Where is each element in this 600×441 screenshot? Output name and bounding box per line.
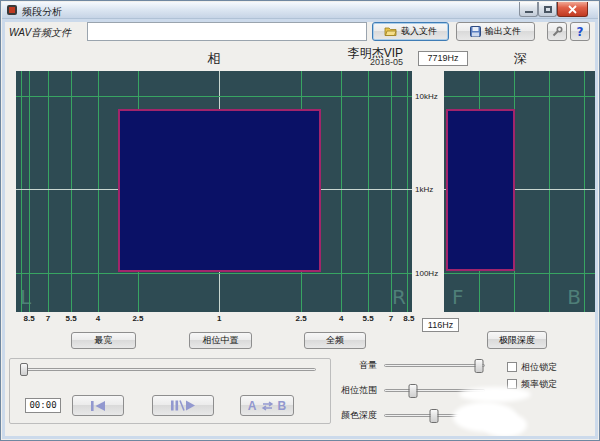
slider-row: 音量 bbox=[331, 357, 487, 373]
player-panel: 00:00 A B bbox=[9, 358, 331, 424]
gridline-vertical bbox=[407, 71, 408, 312]
gridline-vertical bbox=[29, 71, 30, 312]
left-chart[interactable]: L R bbox=[16, 71, 412, 312]
corner-label-front: F bbox=[452, 285, 464, 309]
gridline-horizontal bbox=[16, 96, 412, 97]
x-tick-label: 7 bbox=[389, 314, 393, 323]
phase-lock-label: 相位锁定 bbox=[521, 361, 557, 374]
phase-range-slider-thumb[interactable] bbox=[408, 384, 417, 398]
volume-slider[interactable] bbox=[384, 364, 485, 367]
minimize-icon bbox=[525, 11, 533, 13]
x-tick-label: 8.5 bbox=[403, 314, 414, 323]
x-tick-label: 5.5 bbox=[65, 314, 76, 323]
gridline-vertical bbox=[549, 71, 550, 312]
gridline-horizontal bbox=[444, 273, 597, 274]
x-tick-label: 4 bbox=[339, 314, 343, 323]
phase-range-slider-label: 相位范围 bbox=[331, 384, 377, 397]
play-pause-button[interactable] bbox=[152, 395, 214, 416]
gridline-vertical bbox=[98, 71, 99, 312]
gridline-horizontal bbox=[444, 96, 597, 97]
seek-slider-thumb[interactable] bbox=[20, 363, 28, 376]
gridline-vertical bbox=[368, 71, 369, 312]
output-file-label: 输出文件 bbox=[485, 25, 521, 38]
corner-label-right: R bbox=[392, 285, 406, 309]
load-file-label: 载入文件 bbox=[401, 25, 437, 38]
ab-loop-button[interactable]: A B bbox=[240, 395, 294, 416]
color-depth-slider-label: 颜色深度 bbox=[331, 409, 377, 422]
ab-loop-b-label: B bbox=[278, 399, 287, 413]
help-icon: ? bbox=[577, 25, 584, 39]
time-display: 00:00 bbox=[25, 398, 61, 413]
phase-center-button[interactable]: 相位中置 bbox=[189, 332, 252, 349]
full-band-button[interactable]: 全频 bbox=[304, 332, 366, 349]
volume-slider-label: 音量 bbox=[331, 359, 377, 372]
frequency-axis-label: 10kHz bbox=[415, 92, 438, 101]
right-chart[interactable]: F B bbox=[444, 71, 597, 312]
close-icon bbox=[568, 5, 577, 14]
version-date: 2018-05 bbox=[301, 57, 403, 67]
help-button[interactable]: ? bbox=[570, 22, 590, 41]
output-file-button[interactable]: 输出文件 bbox=[456, 22, 535, 41]
pause-play-icon bbox=[170, 399, 196, 412]
load-file-button[interactable]: 载入文件 bbox=[372, 22, 449, 41]
app-window: 频段分析 WAV音频文件 载入文件 输出文件 ? 相 深 李明杰VIP 2018… bbox=[0, 0, 600, 441]
minimize-button[interactable] bbox=[519, 2, 538, 17]
gridline-vertical bbox=[21, 71, 22, 312]
checkbox-row: 相位锁定 bbox=[507, 361, 557, 373]
folder-open-icon bbox=[384, 26, 397, 37]
x-tick-label: 2.5 bbox=[296, 314, 307, 323]
x-tick-label: 2.5 bbox=[132, 314, 143, 323]
volume-slider-thumb[interactable] bbox=[475, 359, 484, 373]
maximize-icon bbox=[544, 6, 552, 13]
x-tick-label: 4 bbox=[96, 314, 100, 323]
gridline-vertical bbox=[391, 71, 392, 312]
corner-label-back: B bbox=[567, 285, 581, 309]
frequency-axis: 10kHz1kHz100Hz bbox=[413, 71, 443, 312]
selection-rectangle[interactable] bbox=[446, 109, 515, 271]
gridline-vertical bbox=[48, 71, 49, 312]
limit-depth-button[interactable]: 极限深度 bbox=[487, 331, 547, 349]
window-title: 频段分析 bbox=[22, 5, 62, 19]
close-button[interactable] bbox=[557, 2, 588, 17]
frequency-lock-label: 频率锁定 bbox=[521, 378, 557, 391]
loop-arrows-icon bbox=[261, 401, 274, 411]
gridline-vertical bbox=[341, 71, 342, 312]
lower-frequency-readout: 116Hz bbox=[422, 318, 459, 332]
seek-slider[interactable] bbox=[20, 368, 316, 371]
skip-to-start-icon bbox=[90, 400, 107, 412]
phase-lock-checkbox[interactable] bbox=[507, 362, 517, 372]
wrench-icon bbox=[551, 26, 563, 38]
ab-loop-a-label: A bbox=[248, 399, 257, 413]
maximize-button[interactable] bbox=[538, 2, 557, 17]
gridline-vertical bbox=[584, 71, 585, 312]
x-tick-label: 1 bbox=[217, 314, 221, 323]
x-tick-label: 8.5 bbox=[24, 314, 35, 323]
title-bar[interactable]: 频段分析 bbox=[2, 2, 598, 19]
x-tick-label: 5.5 bbox=[362, 314, 373, 323]
white-smudge bbox=[483, 413, 527, 437]
wav-file-input[interactable] bbox=[87, 22, 367, 41]
skip-to-start-button[interactable] bbox=[72, 395, 124, 416]
gridline-horizontal bbox=[16, 273, 412, 274]
upper-frequency-readout: 7719Hz bbox=[418, 51, 468, 66]
selection-rectangle[interactable] bbox=[118, 109, 321, 272]
settings-button[interactable] bbox=[547, 22, 567, 41]
white-smudge bbox=[459, 387, 531, 402]
widest-button[interactable]: 最宽 bbox=[71, 332, 136, 349]
wav-file-label: WAV音频文件 bbox=[9, 26, 71, 40]
frequency-axis-label: 1kHz bbox=[415, 185, 433, 194]
save-icon bbox=[470, 26, 481, 37]
gridline-vertical bbox=[71, 71, 72, 312]
x-tick-label: 7 bbox=[46, 314, 50, 323]
x-ticks: 8.575.542.512.545.578.5 bbox=[16, 314, 412, 324]
app-icon bbox=[6, 4, 18, 18]
frequency-axis-label: 100Hz bbox=[415, 268, 438, 277]
color-depth-slider-thumb[interactable] bbox=[429, 409, 438, 423]
